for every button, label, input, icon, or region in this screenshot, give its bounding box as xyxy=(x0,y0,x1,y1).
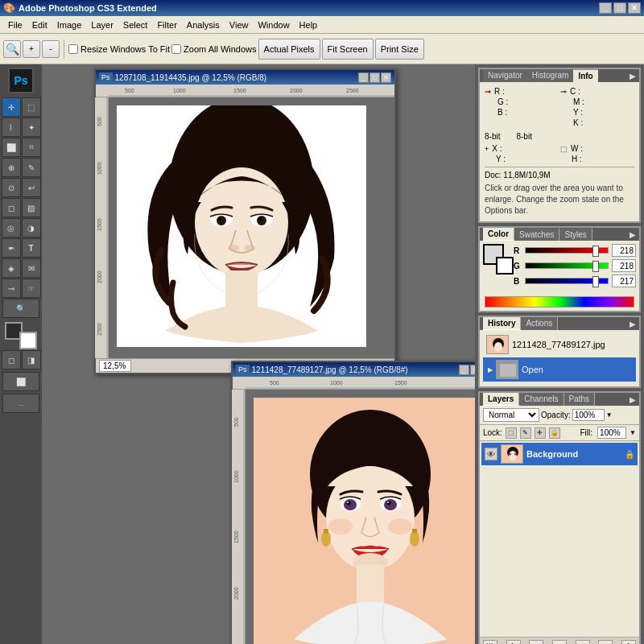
nav-panel-options[interactable]: ▶ xyxy=(630,72,636,80)
standard-mode[interactable]: ◻ xyxy=(2,350,21,369)
tab-navigator[interactable]: Navigator xyxy=(483,69,527,82)
menu-filter[interactable]: Filter xyxy=(152,19,181,31)
tab-paths[interactable]: Paths xyxy=(564,393,596,406)
color-bg-swatch[interactable] xyxy=(496,257,514,275)
layer-visibility-icon[interactable]: 👁 xyxy=(485,448,497,460)
lock-transparent-icon[interactable]: ⬚ xyxy=(506,427,517,439)
lasso-tool[interactable]: ⌇ xyxy=(2,118,21,137)
resize-windows-checkbox[interactable] xyxy=(68,44,78,54)
history-panel-options[interactable]: ▶ xyxy=(630,320,636,328)
layer-new-button[interactable]: + xyxy=(598,640,613,644)
brush-tool[interactable]: ✎ xyxy=(22,158,41,177)
shape-tool[interactable]: ◈ xyxy=(2,258,21,278)
quick-mask[interactable]: ◨ xyxy=(22,350,41,369)
heal-tool[interactable]: ⊕ xyxy=(2,158,21,177)
background-color[interactable] xyxy=(19,332,37,349)
screen-mode[interactable]: ⬜ xyxy=(2,372,39,391)
notes-tool[interactable]: ✉ xyxy=(22,258,41,278)
layers-opacity-arrow[interactable]: ▼ xyxy=(606,411,613,419)
zoom-tool[interactable]: 🔍 xyxy=(2,299,39,318)
crop-tool[interactable]: ⬜ xyxy=(2,138,21,157)
layer-group-button[interactable]: 📁 xyxy=(576,640,590,644)
color-b-input[interactable]: 217 xyxy=(612,275,636,287)
doc2-minimize[interactable]: _ xyxy=(459,365,469,375)
menu-select[interactable]: Select xyxy=(118,19,153,31)
history-item-1[interactable]: 1211428_77489127.jpg xyxy=(483,333,636,356)
pen-tool[interactable]: ✒ xyxy=(2,238,21,258)
tab-color[interactable]: Color xyxy=(483,228,514,241)
color-g-slider[interactable] xyxy=(525,262,609,269)
menu-window[interactable]: Window xyxy=(253,19,294,31)
hand-tool[interactable]: ☞ xyxy=(22,279,41,298)
layers-opacity-input[interactable] xyxy=(572,409,605,421)
color-r-thumb[interactable] xyxy=(592,246,599,257)
resize-windows-check[interactable]: Resize Windows To Fit xyxy=(68,44,170,54)
eyedropper-tool[interactable]: ⊸ xyxy=(2,279,21,298)
doc1-close[interactable]: ✕ xyxy=(381,72,391,83)
magic-wand-tool[interactable]: ✦ xyxy=(22,118,41,137)
layer-adjustment-button[interactable]: ◐ xyxy=(552,640,567,644)
dodge-tool[interactable]: ◑ xyxy=(22,218,41,237)
layer-link-button[interactable]: ⛓ xyxy=(483,640,497,644)
tab-histogram[interactable]: Histogram xyxy=(527,69,574,82)
layer-fx-button[interactable]: fx xyxy=(506,640,521,644)
lock-all-icon[interactable]: 🔒 xyxy=(549,427,560,439)
tab-channels[interactable]: Channels xyxy=(519,393,564,406)
menu-view[interactable]: View xyxy=(225,19,254,31)
menu-image[interactable]: Image xyxy=(52,19,87,31)
extras[interactable]: ... xyxy=(2,394,39,413)
zoom-all-checkbox[interactable] xyxy=(171,44,181,54)
print-size-button[interactable]: Print Size xyxy=(375,39,424,60)
layers-fill-input[interactable] xyxy=(597,427,626,439)
color-g-thumb[interactable] xyxy=(592,261,599,272)
menu-file[interactable]: File xyxy=(3,19,27,31)
tab-swatches[interactable]: Swatches xyxy=(514,229,559,241)
history-open-item[interactable]: ▶ Open xyxy=(483,357,636,382)
doc-titlebar-1[interactable]: Ps 1287108_11914435.jpg @ 12,5% (RGB/8) … xyxy=(96,70,394,85)
maximize-button[interactable]: □ xyxy=(613,2,626,14)
fit-screen-button[interactable]: Fit Screen xyxy=(322,39,374,60)
lock-image-icon[interactable]: ✎ xyxy=(520,427,531,439)
text-tool[interactable]: T xyxy=(22,238,41,258)
color-b-slider[interactable] xyxy=(525,278,609,284)
doc-titlebar-2[interactable]: Ps 1211428_77489127.jpg @ 12,5% (RGB/8#)… xyxy=(233,362,475,377)
layers-fill-arrow[interactable]: ▼ xyxy=(630,429,636,436)
move-tool[interactable]: ✛ xyxy=(2,97,21,117)
eraser-tool[interactable]: ◻ xyxy=(2,198,21,217)
color-r-slider[interactable] xyxy=(525,247,609,254)
menu-edit[interactable]: Edit xyxy=(27,19,52,31)
color-panel-options[interactable]: ▶ xyxy=(630,230,636,239)
zoom-in-button[interactable]: 🔍 xyxy=(3,40,21,58)
layers-blend-select[interactable]: Normal Multiply Screen xyxy=(483,408,539,422)
zoom-all-check[interactable]: Zoom All Windows xyxy=(171,44,256,54)
zoom-out-minus[interactable]: - xyxy=(42,40,60,58)
actual-pixels-button[interactable]: Actual Pixels xyxy=(258,39,320,60)
lock-position-icon[interactable]: ✛ xyxy=(535,427,546,439)
tab-layers[interactable]: Layers xyxy=(483,393,519,406)
menu-layer[interactable]: Layer xyxy=(86,19,118,31)
color-g-input[interactable]: 218 xyxy=(612,259,636,272)
layer-row-background[interactable]: 👁 Background 🔒 xyxy=(481,443,638,465)
zoom-out-button[interactable]: + xyxy=(23,40,40,58)
blur-tool[interactable]: ◎ xyxy=(2,218,21,237)
doc1-maximize[interactable]: □ xyxy=(369,72,380,83)
gradient-tool[interactable]: ▨ xyxy=(22,198,41,217)
slice-tool[interactable]: ⌗ xyxy=(22,138,41,157)
doc2-maximize[interactable]: □ xyxy=(470,365,475,375)
clone-tool[interactable]: ⊙ xyxy=(2,178,21,197)
menu-analysis[interactable]: Analysis xyxy=(182,19,225,31)
tab-info[interactable]: Info xyxy=(573,69,597,82)
doc1-zoom-input[interactable] xyxy=(99,360,131,372)
color-b-thumb[interactable] xyxy=(592,276,599,287)
tab-history[interactable]: History xyxy=(483,317,521,330)
color-gradient-bar[interactable] xyxy=(485,296,634,308)
history-brush-tool[interactable]: ↩ xyxy=(22,178,41,197)
layer-delete-button[interactable]: 🗑 xyxy=(621,640,636,644)
doc1-minimize[interactable]: _ xyxy=(358,72,369,83)
close-button[interactable]: ✕ xyxy=(628,2,641,14)
layer-mask-button[interactable]: ◑ xyxy=(529,640,543,644)
minimize-button[interactable]: _ xyxy=(599,2,612,14)
tab-actions[interactable]: Actions xyxy=(521,317,558,330)
layers-panel-options[interactable]: ▶ xyxy=(630,395,636,404)
color-r-input[interactable]: 218 xyxy=(612,244,636,257)
